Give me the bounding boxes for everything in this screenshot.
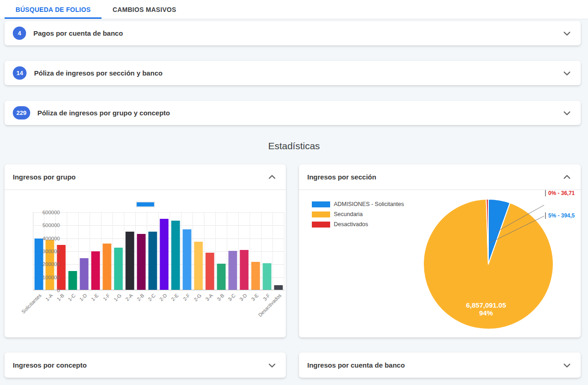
accordion-poliza-grupo-concepto[interactable]: 229 Póliza de ingresos por grupo y conce… (5, 101, 581, 125)
chevron-down-icon[interactable] (267, 360, 278, 371)
card-header[interactable]: Ingresos por sección (299, 164, 581, 190)
x-axis-tick-label: 3-D (238, 293, 248, 302)
accordion-title: Pagos por cuenta de banco (33, 29, 561, 37)
x-axis-tick-label: 1-B (56, 293, 65, 302)
bar-3-C[interactable] (229, 251, 237, 290)
bar-slot: 3-A (204, 212, 216, 290)
x-axis-tick-label: 2-G (192, 293, 202, 302)
x-axis-tick-label: 1-A (44, 293, 54, 302)
y-axis-tick-label: 200000 (32, 261, 60, 267)
bar-2-F[interactable] (183, 229, 192, 290)
chevron-up-icon[interactable] (267, 172, 278, 183)
card-ingresos-por-seccion: Ingresos por sección ADMISIONES - Solici… (299, 164, 581, 337)
tab-label: CAMBIOS MASIVOS (112, 6, 176, 13)
card-title: Ingresos por sección (307, 173, 561, 181)
legend-swatch (312, 201, 330, 207)
x-axis-tick-label: 1-E (90, 293, 100, 302)
count-badge: 229 (13, 106, 30, 119)
x-axis-tick-label: 3-F (262, 293, 271, 302)
bar-3-F[interactable] (263, 263, 272, 290)
x-axis-tick-label: 2-C (147, 293, 156, 302)
bar-2-E[interactable] (171, 221, 180, 290)
x-axis-tick-label: 3-C (227, 293, 236, 302)
bar-slot: 1-G (113, 212, 124, 290)
bar-3-B[interactable] (217, 264, 226, 290)
tab-busqueda-de-folios[interactable]: BÚSQUEDA DE FOLIOS (5, 0, 102, 19)
pie-legend-item[interactable]: Desactivados (312, 219, 404, 229)
card-header[interactable]: Ingresos por cuenta de banco (299, 352, 581, 378)
chevron-down-icon[interactable] (561, 360, 572, 371)
accordion-title: Póliza de ingresos por grupo y concepto (37, 109, 561, 117)
x-axis-tick-label: 2-B (136, 293, 145, 302)
pie-center-value: 6,857,091.05 (449, 301, 523, 309)
bar-slot: Desactivados (273, 212, 284, 290)
x-axis-tick-label: 3-E (250, 293, 260, 302)
charts-grid: Ingresos por grupo Solicitantes1-A1-B1-C… (5, 164, 581, 378)
legend-label: Desactivados (334, 221, 368, 228)
pie-legend-item[interactable]: ADMISIONES - Solicitantes (312, 199, 404, 209)
card-header[interactable]: Ingresos por concepto (5, 352, 286, 378)
x-axis-tick-label: 1-D (78, 293, 88, 302)
bar-2-G[interactable] (194, 242, 203, 290)
bar-2-D[interactable] (160, 219, 169, 290)
bar-chart: Solicitantes1-A1-B1-C1-D1-E1-F1-G2-A2-B2… (5, 190, 286, 337)
y-axis-tick-label: 600000 (32, 210, 60, 215)
x-axis-tick-label: 3-B (216, 293, 225, 302)
chevron-down-icon[interactable] (561, 68, 572, 79)
bar-3-A[interactable] (206, 253, 214, 290)
pie-center-percent: 94% (449, 309, 523, 317)
bar-3-E[interactable] (251, 262, 260, 290)
chevron-up-icon[interactable] (561, 172, 572, 183)
bar-Desactivados[interactable] (274, 285, 283, 290)
bar-slot: 1-F (102, 212, 113, 290)
accordion-pagos-por-cuenta-de-banco[interactable]: 4 Pagos por cuenta de banco (5, 21, 581, 45)
bar-slot: 3-E (250, 212, 262, 290)
bar-slot: 3-D (239, 212, 250, 290)
bar-slot: 3-B (216, 212, 227, 290)
chevron-down-icon[interactable] (561, 28, 572, 39)
x-axis-tick-label: 2-E (170, 293, 180, 302)
x-axis-tick-label: 2-A (124, 293, 134, 302)
pie-legend-item[interactable]: Secundaria (312, 209, 404, 219)
bar-slot: 2-B (136, 212, 147, 290)
bar-2-C[interactable] (149, 232, 157, 290)
bar-1-C[interactable] (69, 271, 77, 290)
bar-slot: 2-D (159, 212, 170, 290)
x-axis-tick-label: 2-D (158, 293, 168, 302)
bar-2-A[interactable] (126, 232, 134, 290)
pie-callout-desactivados: 0% - 36,71 (545, 190, 575, 196)
y-axis-tick-label: 300000 (32, 249, 60, 254)
stats-heading: Estadísticas (0, 141, 588, 152)
bar-2-B[interactable] (137, 234, 146, 290)
card-ingresos-por-cuenta-de-banco: Ingresos por cuenta de banco (299, 352, 581, 378)
bar-slot: 1-C (67, 212, 79, 290)
bar-chart-legend-swatch[interactable] (136, 201, 155, 207)
y-axis-tick-label: 100000 (32, 275, 60, 280)
bar-slot: 2-F (182, 212, 193, 290)
bar-1-D[interactable] (80, 258, 89, 290)
bar-1-G[interactable] (114, 248, 123, 290)
callout-tick (545, 212, 546, 219)
y-axis-tick-label: 0 (32, 287, 60, 293)
pie-chart: ADMISIONES - SolicitantesSecundariaDesac… (299, 190, 581, 337)
bar-3-D[interactable] (240, 250, 249, 290)
count-badge: 14 (13, 66, 27, 80)
accordion-poliza-seccion-banco[interactable]: 14 Póliza de ingresos por sección y banc… (5, 61, 581, 85)
card-title: Ingresos por concepto (13, 361, 267, 369)
bar-1-F[interactable] (103, 244, 112, 290)
pie-callout-admisiones: 5% - 394,5 (545, 212, 575, 219)
x-axis-tick-label: 3-A (204, 293, 214, 302)
bar-1-E[interactable] (91, 251, 100, 290)
bar-slot: 1-D (79, 212, 90, 290)
count-badge: 4 (13, 27, 26, 40)
card-header[interactable]: Ingresos por grupo (5, 164, 286, 190)
bar-plot: Solicitantes1-A1-B1-C1-D1-E1-F1-G2-A2-B2… (33, 212, 284, 290)
chevron-down-icon[interactable] (561, 108, 572, 119)
x-axis-tick-label: 1-G (112, 293, 122, 302)
tab-cambios-masivos[interactable]: CAMBIOS MASIVOS (102, 0, 187, 19)
legend-swatch (312, 222, 330, 228)
bar-slot: 2-E (170, 212, 182, 290)
y-axis-tick-label: 500000 (32, 222, 60, 228)
bar-slot: 3-F (262, 212, 273, 290)
pie-legend: ADMISIONES - SolicitantesSecundariaDesac… (312, 199, 404, 229)
